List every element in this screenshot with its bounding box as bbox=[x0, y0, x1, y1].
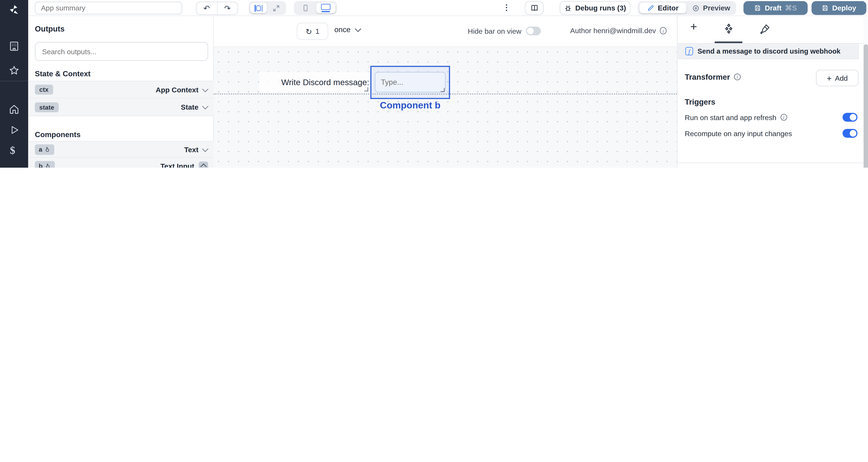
sidebar-item-runs[interactable] bbox=[9, 125, 20, 138]
kebab-icon: ⋮ bbox=[503, 3, 510, 12]
hide-bar-control: Hide bar on view bbox=[468, 27, 541, 35]
selected-component-b[interactable] bbox=[370, 66, 450, 99]
chevron-down-icon bbox=[355, 26, 361, 32]
debug-runs-button[interactable]: Debug runs (3) bbox=[560, 1, 630, 15]
chevron-down-icon[interactable] bbox=[202, 145, 208, 152]
refresh-count: 1 bbox=[315, 27, 319, 35]
resize-handle[interactable] bbox=[364, 87, 368, 91]
state-context-title: State & Context bbox=[35, 70, 91, 78]
windmill-app-editor: $ ⚙ ? → ↶ ↷ ⋮ Debug runs ( bbox=[0, 0, 868, 168]
hand-pointer-icon bbox=[44, 146, 51, 153]
more-menu-button[interactable]: ⋮ bbox=[503, 3, 510, 12]
sidebar-item-favorites[interactable] bbox=[8, 65, 20, 78]
paintbrush-icon bbox=[760, 23, 771, 34]
search-outputs-input[interactable] bbox=[35, 42, 208, 61]
deploy-label: Deploy bbox=[832, 4, 856, 12]
resize-handle[interactable] bbox=[441, 88, 444, 92]
preview-label: Preview bbox=[703, 4, 730, 12]
tab-editor[interactable]: Editor bbox=[639, 3, 686, 13]
redo-button[interactable]: ↷ bbox=[217, 2, 238, 14]
draft-button[interactable]: Draft ⌘S bbox=[743, 1, 808, 15]
active-tab-underline bbox=[715, 41, 742, 43]
state-badge: state bbox=[35, 102, 59, 112]
device-toggle-group bbox=[294, 1, 337, 15]
hide-bar-toggle[interactable] bbox=[526, 27, 541, 35]
editor-label: Editor bbox=[658, 4, 679, 12]
hand-pointer-icon bbox=[45, 163, 51, 168]
run-on-start-row: Run on start and app refreshi bbox=[685, 113, 858, 122]
chevron-down-icon[interactable] bbox=[202, 103, 208, 109]
debug-runs-label: Debug runs (3) bbox=[575, 4, 626, 12]
bug-icon bbox=[564, 4, 572, 12]
refresh-app-button[interactable]: ↻ 1 bbox=[297, 23, 328, 40]
app-sidebar: $ ⚙ ? → bbox=[0, 0, 28, 168]
info-icon[interactable]: i bbox=[734, 73, 741, 80]
author-info: Author henri@windmill.dev i bbox=[570, 27, 667, 35]
info-icon[interactable]: i bbox=[780, 114, 787, 121]
outputs-title: Outputs bbox=[35, 24, 65, 33]
fullscreen-toggle[interactable] bbox=[268, 3, 284, 13]
save-icon bbox=[754, 4, 762, 12]
collapse-b-button[interactable] bbox=[199, 161, 208, 168]
schedule-mode-value: once bbox=[334, 26, 351, 34]
tab-preview[interactable]: Preview bbox=[688, 3, 735, 13]
a-badge: a bbox=[35, 144, 55, 155]
sidebar-item-home[interactable] bbox=[8, 103, 20, 117]
info-icon[interactable]: i bbox=[660, 27, 667, 34]
components-title: Components bbox=[35, 131, 81, 139]
header-title: Send a message to discord using webhook bbox=[698, 47, 840, 55]
chevron-up-icon bbox=[200, 164, 206, 168]
app-summary-input[interactable] bbox=[35, 2, 182, 14]
recompute-toggle[interactable] bbox=[842, 129, 857, 138]
draft-shortcut: ⌘S bbox=[785, 4, 797, 12]
sidebar-divider bbox=[0, 81, 28, 81]
centered-layout-icon bbox=[255, 5, 262, 11]
pencil-icon bbox=[647, 4, 654, 12]
preview-icon bbox=[692, 4, 700, 12]
b-badge: b bbox=[35, 161, 55, 168]
undo-button[interactable]: ↶ bbox=[196, 2, 217, 14]
sidebar-item-workspace[interactable] bbox=[8, 40, 20, 54]
editor-preview-toggle: Editor Preview bbox=[638, 1, 736, 15]
building-icon bbox=[8, 40, 20, 52]
play-icon bbox=[9, 125, 20, 135]
text-component-a[interactable]: Write Discord message: bbox=[259, 72, 369, 92]
ctx-badge: ctx bbox=[35, 85, 53, 95]
run-on-start-toggle[interactable] bbox=[842, 113, 857, 122]
recompute-row: Recompute on any input changes bbox=[685, 129, 858, 138]
refresh-icon: ↻ bbox=[306, 27, 312, 36]
schedule-dropdown[interactable]: once bbox=[334, 26, 360, 34]
windmill-logo[interactable] bbox=[7, 3, 21, 17]
component-settings-panel bbox=[677, 16, 863, 168]
tab-theme[interactable] bbox=[760, 23, 771, 37]
window-scrollbar-thumb[interactable] bbox=[864, 44, 868, 168]
add-transformer-button[interactable]: + Add bbox=[816, 70, 859, 86]
home-icon bbox=[8, 103, 20, 115]
draft-label: Draft bbox=[765, 4, 782, 12]
transformer-header: Transformer i bbox=[685, 72, 741, 81]
text-a-value: Write Discord message: bbox=[281, 77, 369, 87]
output-row-ctx[interactable]: ctx App Context bbox=[28, 81, 214, 98]
state-type-label: State bbox=[181, 103, 198, 111]
discord-message-input[interactable] bbox=[375, 72, 446, 92]
star-icon bbox=[8, 65, 20, 76]
desktop-icon bbox=[321, 4, 331, 12]
undo-icon: ↶ bbox=[203, 4, 210, 13]
component-row-a[interactable]: a Text bbox=[28, 141, 214, 158]
redo-icon: ↷ bbox=[224, 4, 230, 13]
deploy-button[interactable]: Deploy bbox=[811, 1, 866, 15]
triggers-title: Triggers bbox=[685, 97, 715, 106]
function-icon: f bbox=[685, 47, 693, 55]
tab-insert[interactable]: + bbox=[690, 20, 697, 33]
desktop-view-toggle[interactable] bbox=[316, 3, 335, 13]
chevron-down-icon[interactable] bbox=[202, 86, 208, 92]
mobile-view-toggle[interactable] bbox=[296, 3, 315, 13]
sidebar-item-variables[interactable]: $ bbox=[10, 144, 15, 157]
undo-redo-group: ↶ ↷ bbox=[196, 2, 238, 15]
output-row-state[interactable]: state State bbox=[28, 98, 214, 116]
component-row-b[interactable]: b Text Input bbox=[28, 158, 214, 168]
tab-settings[interactable] bbox=[722, 23, 735, 38]
docs-button[interactable] bbox=[525, 1, 544, 15]
centered-layout-toggle[interactable] bbox=[250, 3, 267, 13]
save-icon bbox=[822, 4, 829, 12]
